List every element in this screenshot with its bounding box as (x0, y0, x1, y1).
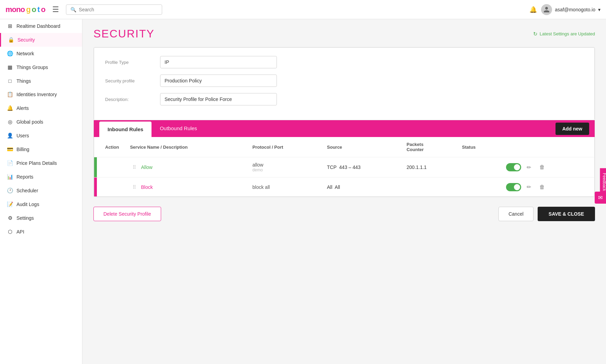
drag-handle-icon[interactable]: ⠿ (133, 184, 136, 190)
sidebar-item-settings[interactable]: ⚙ Settings (0, 211, 82, 225)
things-groups-icon: ▦ (7, 64, 13, 70)
delete-security-profile-button[interactable]: Delete Security Profile (93, 207, 161, 221)
rule-action-allow: ⠿ Allow (124, 157, 247, 178)
rule-source-block (401, 178, 456, 197)
save-cancel-group: Cancel SAVE & CLOSE (498, 207, 595, 221)
sidebar-item-label: Audit Logs (16, 202, 39, 207)
sidebar-item-things-groups[interactable]: ▦ Things Groups (0, 60, 82, 74)
action-allow-label: Allow (141, 164, 152, 170)
bottom-actions: Delete Security Profile Cancel SAVE & CL… (93, 197, 595, 224)
sidebar-item-label: Users (16, 133, 29, 138)
avatar (541, 4, 552, 15)
sidebar-item-billing[interactable]: 💳 Billing (0, 143, 82, 156)
security-profile-row: Security profile (105, 75, 583, 87)
sidebar-item-things[interactable]: □ Things (0, 74, 82, 88)
global-pools-icon: ◎ (7, 119, 13, 125)
rule-name-allow: allow demo (247, 157, 322, 178)
edit-block-button[interactable]: ✏ (524, 182, 534, 192)
delete-allow-button[interactable]: 🗑 (537, 163, 548, 172)
sidebar-item-label: Network (16, 51, 34, 56)
sidebar: ⊞ Realtime Dashboard 🔒 Security 🌐 Networ… (0, 19, 82, 364)
action-block-label: Block (141, 184, 153, 190)
refresh-icon: ↻ (533, 31, 538, 37)
sidebar-item-api[interactable]: ⬡ API (0, 225, 82, 239)
col-packets-counter: PacketsCounter (401, 137, 456, 157)
search-icon: 🔍 (70, 7, 76, 12)
sidebar-item-network[interactable]: 🌐 Network (0, 47, 82, 60)
cancel-button[interactable]: Cancel (498, 207, 534, 221)
sidebar-item-identities-inventory[interactable]: 📋 Identities Inventory (0, 88, 82, 101)
sidebar-item-price-plans-details[interactable]: 📄 Price Plans Details (0, 156, 82, 170)
billing-icon: 💳 (7, 146, 13, 152)
identities-icon: 📋 (7, 91, 13, 98)
search-input[interactable] (79, 7, 158, 12)
page-title: SECURITY (93, 27, 155, 40)
toggle-allow[interactable] (506, 163, 521, 171)
tab-outbound-rules[interactable]: Outbound Rules (152, 121, 205, 137)
scheduler-icon: 🕐 (7, 187, 13, 194)
price-plans-icon: 📄 (7, 160, 13, 166)
layout: ⊞ Realtime Dashboard 🔒 Security 🌐 Networ… (0, 19, 606, 364)
sidebar-item-label: Global pools (16, 119, 43, 125)
sidebar-item-label: Reports (16, 174, 33, 180)
rule-action-block: ⠿ Block (124, 178, 247, 197)
col-protocol-port: Protocol / Port (247, 137, 322, 157)
api-icon: ⬡ (7, 229, 13, 235)
tab-inbound-rules[interactable]: Inbound Rules (99, 122, 152, 137)
rule-source-allow: 200.1.1.1 (401, 157, 456, 178)
security-profile-input[interactable] (160, 75, 277, 87)
rule-color-indicator-allow (94, 157, 124, 178)
sidebar-item-global-pools[interactable]: ◎ Global pools (0, 115, 82, 129)
chevron-down-icon: ▾ (598, 7, 601, 12)
profile-type-row: Profile Type (105, 56, 583, 68)
latest-status: ↻ Latest Settings are Updated (533, 31, 595, 37)
feedback-mail-icon[interactable]: ✉ (595, 192, 606, 204)
sidebar-item-reports[interactable]: 📊 Reports (0, 170, 82, 184)
rule-protocol-port-allow: TCP 443 – 443 (322, 157, 401, 178)
profile-type-label: Profile Type (105, 60, 160, 65)
sidebar-item-label: Things Groups (16, 65, 48, 70)
sidebar-item-alerts[interactable]: 🔔 Alerts (0, 101, 82, 115)
sidebar-item-label: Billing (16, 147, 29, 152)
toggle-block[interactable] (506, 183, 521, 191)
add-new-button[interactable]: Add new (556, 123, 589, 135)
sidebar-item-label: Security (18, 37, 35, 43)
sidebar-item-users[interactable]: 👤 Users (0, 129, 82, 143)
col-service-name: Service Name / Description (124, 137, 247, 157)
rules-table-container: Action Service Name / Description Protoc… (94, 137, 595, 197)
col-source: Source (322, 137, 401, 157)
sidebar-item-label: Identities Inventory (16, 92, 57, 97)
description-label: Description: (105, 97, 160, 102)
bell-icon[interactable]: 🔔 (529, 6, 537, 13)
sidebar-item-label: Settings (16, 215, 34, 221)
sidebar-item-audit-logs[interactable]: 📝 Audit Logs (0, 197, 82, 211)
rule-protocol-port-block: All All (322, 178, 401, 197)
sidebar-item-label: Things (16, 78, 31, 84)
table-row: ⠿ Block block all All All (94, 178, 594, 197)
table-header-row: Action Service Name / Description Protoc… (94, 137, 594, 157)
settings-icon: ⚙ (7, 215, 13, 221)
search-box: 🔍 (66, 4, 162, 15)
delete-block-button[interactable]: 🗑 (537, 183, 548, 192)
topnav: monogoto ☰ 🔍 🔔 asaf@monogoto.io ▾ (0, 0, 606, 19)
description-input[interactable] (160, 93, 277, 105)
network-icon: 🌐 (7, 50, 13, 57)
sidebar-item-scheduler[interactable]: 🕐 Scheduler (0, 184, 82, 197)
profile-type-input[interactable] (160, 56, 277, 68)
sidebar-item-label: Realtime Dashboard (16, 23, 60, 29)
rule-packets-allow (457, 157, 501, 178)
audit-logs-icon: 📝 (7, 201, 13, 207)
sidebar-item-label: API (16, 229, 24, 235)
profile-form: Profile Type Security profile Descriptio… (94, 47, 595, 120)
edit-allow-button[interactable]: ✏ (524, 163, 534, 172)
latest-status-text: Latest Settings are Updated (540, 31, 595, 36)
rules-table: Action Service Name / Description Protoc… (94, 137, 594, 196)
hamburger-icon[interactable]: ☰ (52, 5, 59, 14)
sidebar-item-security[interactable]: 🔒 Security (0, 33, 82, 47)
drag-handle-icon[interactable]: ⠿ (133, 164, 136, 170)
sidebar-item-label: Alerts (16, 105, 29, 111)
save-close-button[interactable]: SAVE & CLOSE (538, 207, 595, 221)
col-actions (501, 137, 594, 157)
sidebar-item-realtime-dashboard[interactable]: ⊞ Realtime Dashboard (0, 19, 82, 33)
user-menu[interactable]: asaf@monogoto.io ▾ (541, 4, 601, 15)
